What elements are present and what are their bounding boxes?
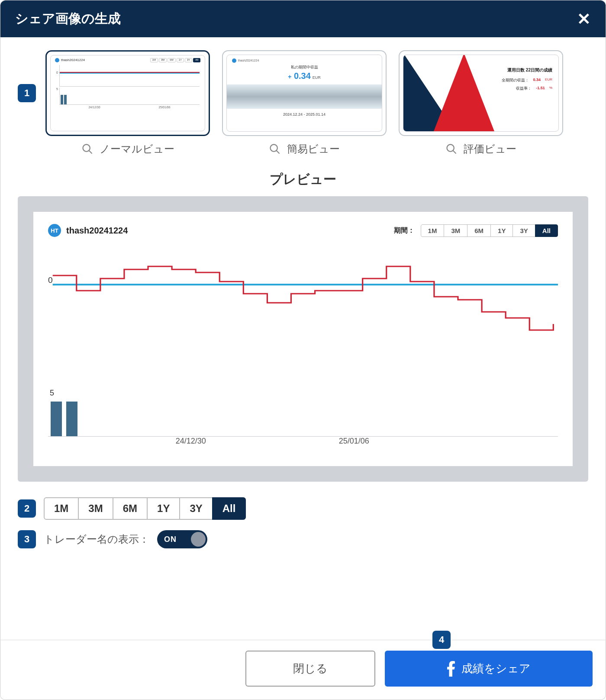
svg-point-4 <box>447 145 454 152</box>
pv-period-6m[interactable]: 6M <box>467 224 491 237</box>
magnify-icon[interactable] <box>81 143 93 155</box>
view-card-simple[interactable]: thash20241224 私の期間中収益 + 0.34EUR 2024.12.… <box>222 50 387 136</box>
trader-name-option-row: 3 トレーダー名の表示： ON <box>18 530 588 548</box>
magnify-icon[interactable] <box>269 143 281 155</box>
period-option-row: 2 1M 3M 6M 1Y 3Y All <box>18 497 588 520</box>
preview-period-segment: 1M 3M 6M 1Y 3Y All <box>421 224 558 237</box>
step-badge-2: 2 <box>18 499 36 518</box>
option-period-segment: 1M 3M 6M 1Y 3Y All <box>44 497 246 520</box>
step-badge-1: 1 <box>18 84 36 102</box>
share-image-modal: シェア画像の生成 ✕ 1 thash20241224 1M 3 <box>0 0 606 700</box>
volume-axis-label: 5 <box>50 389 558 398</box>
volume-chart <box>48 400 558 437</box>
share-button[interactable]: 成績をシェア <box>385 651 593 687</box>
period-label: 期間： <box>394 226 415 235</box>
pv-period-1y[interactable]: 1Y <box>490 224 513 237</box>
opt-period-6m[interactable]: 6M <box>113 497 148 520</box>
preview-username: thash20241224 <box>66 226 128 236</box>
pv-period-3y[interactable]: 3Y <box>513 224 535 237</box>
step-badge-3: 3 <box>18 530 36 548</box>
equity-chart: 0 <box>48 254 558 376</box>
opt-period-1y[interactable]: 1Y <box>147 497 180 520</box>
view-label-normal: ノーマルビュー <box>100 142 174 156</box>
pv-period-all[interactable]: All <box>535 224 558 237</box>
svg-text:0: 0 <box>48 276 53 285</box>
svg-line-1 <box>89 151 92 154</box>
modal-body: 1 thash20241224 1M 3M 6M 1Y <box>0 37 606 640</box>
thumb-user: thash20241224 <box>61 58 85 62</box>
modal-header: シェア画像の生成 ✕ <box>0 0 606 37</box>
preview-panel: HT thash20241224 期間： 1M 3M 6M 1Y 3Y All <box>18 196 588 482</box>
view-label-eval: 評価ビュー <box>464 142 516 156</box>
view-label-simple: 簡易ビュー <box>287 142 340 156</box>
svg-line-3 <box>277 151 280 154</box>
modal-title: シェア画像の生成 <box>15 10 121 28</box>
view-card-eval[interactable]: 運用日数 22日間の成績 全期間の収益：0.34EUR 収益率：-1.51% <box>399 50 563 136</box>
toggle-knob <box>191 532 206 547</box>
trader-name-toggle[interactable]: ON <box>157 530 207 548</box>
preview-heading: プレビュー <box>18 171 588 188</box>
opt-period-3m[interactable]: 3M <box>78 497 113 520</box>
chart-x-axis: 24/12/30 25/01/06 <box>48 437 558 449</box>
magnify-icon[interactable] <box>445 143 458 155</box>
svg-point-2 <box>271 145 277 152</box>
avatar: HT <box>48 224 61 237</box>
view-type-selector: 1 thash20241224 1M 3M 6M 1Y <box>18 50 588 156</box>
pv-period-3m[interactable]: 3M <box>444 224 467 237</box>
pv-period-1m[interactable]: 1M <box>421 224 445 237</box>
trader-name-label: トレーダー名の表示： <box>44 532 149 546</box>
step-badge-4: 4 <box>432 631 451 649</box>
share-button-label: 成績をシェア <box>461 661 531 676</box>
opt-period-3y[interactable]: 3Y <box>179 497 213 520</box>
opt-period-1m[interactable]: 1M <box>44 497 79 520</box>
modal-footer: 4 閉じる 成績をシェア <box>0 640 606 700</box>
view-card-normal[interactable]: thash20241224 1M 3M 6M 1Y 3Y All <box>45 50 210 136</box>
close-button[interactable]: 閉じる <box>245 651 375 687</box>
svg-line-5 <box>453 151 456 154</box>
close-icon[interactable]: ✕ <box>577 11 591 27</box>
facebook-icon <box>447 661 455 677</box>
svg-point-0 <box>83 145 90 152</box>
opt-period-all[interactable]: All <box>212 497 246 520</box>
